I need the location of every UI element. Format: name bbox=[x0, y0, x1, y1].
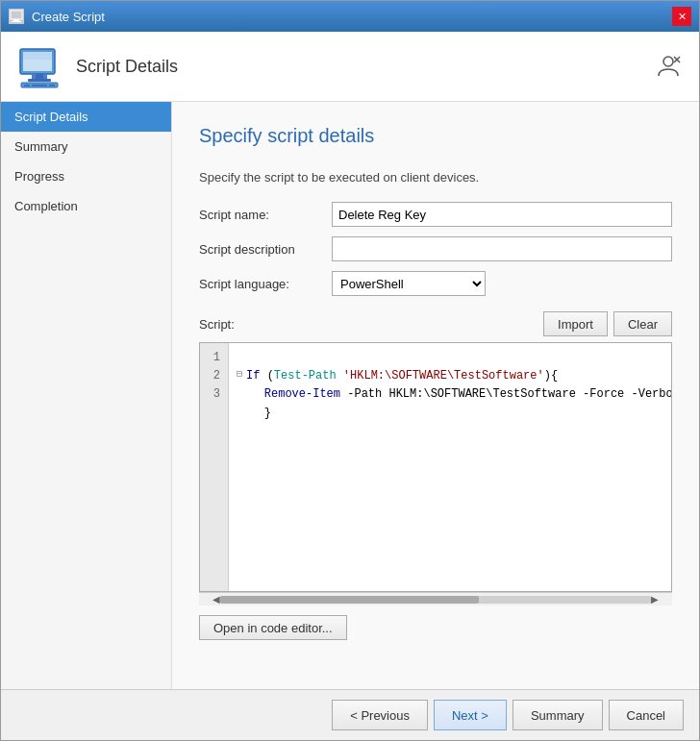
title-bar: Create Script ✕ bbox=[1, 1, 699, 32]
main-window: Create Script ✕ bbox=[0, 0, 700, 741]
script-buttons: Import Clear bbox=[543, 311, 672, 336]
next-button[interactable]: Next > bbox=[434, 700, 507, 730]
header-title: Script Details bbox=[76, 57, 178, 77]
title-bar-controls: ✕ bbox=[672, 7, 691, 26]
sidebar-item-summary[interactable]: Summary bbox=[1, 132, 171, 161]
line-number-2: 2 bbox=[208, 367, 220, 385]
title-bar-left: Create Script bbox=[9, 9, 105, 24]
svg-point-13 bbox=[663, 57, 673, 66]
scrollbar-thumb[interactable] bbox=[220, 596, 479, 604]
svg-rect-11 bbox=[32, 85, 47, 86]
previous-button[interactable]: < Previous bbox=[332, 700, 428, 730]
computer-icon bbox=[16, 43, 62, 89]
import-button[interactable]: Import bbox=[543, 311, 608, 336]
script-language-select[interactable]: PowerShell VBScript JScript bbox=[332, 271, 486, 296]
description-text: Specify the script to be executed on cli… bbox=[199, 170, 672, 185]
script-description-label: Script description bbox=[199, 242, 324, 257]
horizontal-scrollbar: ◀ ▶ bbox=[199, 592, 672, 605]
svg-rect-12 bbox=[49, 85, 55, 86]
open-editor-button[interactable]: Open in code editor... bbox=[199, 615, 347, 640]
svg-rect-2 bbox=[12, 21, 21, 22]
code-content[interactable]: ⊟If (Test-Path 'HKLM:\SOFTWARE\TestSoftw… bbox=[229, 343, 671, 591]
header-area: Script Details bbox=[1, 32, 699, 102]
script-section: Script: Import Clear 1 2 3 ⊟If (Test-Pat… bbox=[199, 311, 672, 640]
sidebar-item-script-details[interactable]: Script Details bbox=[1, 102, 171, 132]
script-description-input[interactable] bbox=[332, 236, 672, 261]
header-left: Script Details bbox=[16, 43, 178, 89]
close-button[interactable]: ✕ bbox=[672, 7, 691, 26]
script-language-row: Script language: PowerShell VBScript JSc… bbox=[199, 271, 672, 296]
form-grid: Script name: Script description Script l… bbox=[199, 202, 672, 296]
window-icon bbox=[9, 9, 24, 24]
sidebar-item-progress[interactable]: Progress bbox=[1, 161, 171, 191]
code-editor-wrapper: 1 2 3 ⊟If (Test-Path 'HKLM:\SOFTWARE\Tes… bbox=[199, 342, 672, 592]
sidebar-item-completion[interactable]: Completion bbox=[1, 191, 171, 221]
open-editor-btn-area: Open in code editor... bbox=[199, 615, 672, 640]
scroll-left-arrow[interactable]: ◀ bbox=[212, 594, 220, 605]
script-language-label: Script language: bbox=[199, 277, 324, 291]
collapse-icon-1[interactable]: ⊟ bbox=[237, 367, 242, 383]
script-label-row: Script: Import Clear bbox=[199, 311, 672, 336]
bottom-bar: < Previous Next > Summary Cancel bbox=[1, 689, 699, 740]
line-numbers: 1 2 3 bbox=[200, 343, 229, 591]
svg-rect-10 bbox=[24, 85, 30, 86]
svg-rect-7 bbox=[28, 79, 51, 82]
scrollbar-track[interactable] bbox=[220, 596, 651, 604]
content-area: Specify script details Specify the scrip… bbox=[172, 102, 699, 689]
svg-rect-8 bbox=[36, 74, 43, 79]
svg-rect-1 bbox=[13, 19, 19, 21]
script-name-label: Script name: bbox=[199, 208, 324, 222]
sidebar: Script Details Summary Progress Completi… bbox=[1, 102, 172, 689]
svg-rect-0 bbox=[11, 11, 22, 19]
line-number-3: 3 bbox=[208, 385, 220, 404]
code-line-2: Remove-Item -Path HKLM:\SOFTWARE\TestSof… bbox=[237, 385, 663, 404]
svg-rect-5 bbox=[23, 52, 52, 60]
main-content: Script Details Summary Progress Completi… bbox=[1, 102, 699, 689]
window-title: Create Script bbox=[32, 10, 105, 24]
scroll-right-arrow[interactable]: ▶ bbox=[651, 594, 659, 605]
script-description-row: Script description bbox=[199, 236, 672, 261]
line-number-1: 1 bbox=[208, 349, 220, 367]
code-line-3: } bbox=[237, 405, 663, 423]
code-line-1: ⊟If (Test-Path 'HKLM:\SOFTWARE\TestSoftw… bbox=[237, 367, 663, 385]
clear-button[interactable]: Clear bbox=[613, 311, 672, 336]
person-icon bbox=[653, 51, 684, 82]
cancel-button[interactable]: Cancel bbox=[609, 700, 684, 730]
script-label: Script: bbox=[199, 317, 324, 332]
summary-button[interactable]: Summary bbox=[512, 700, 603, 730]
script-name-input[interactable] bbox=[332, 202, 672, 227]
script-name-row: Script name: bbox=[199, 202, 672, 227]
content-title: Specify script details bbox=[199, 125, 672, 147]
